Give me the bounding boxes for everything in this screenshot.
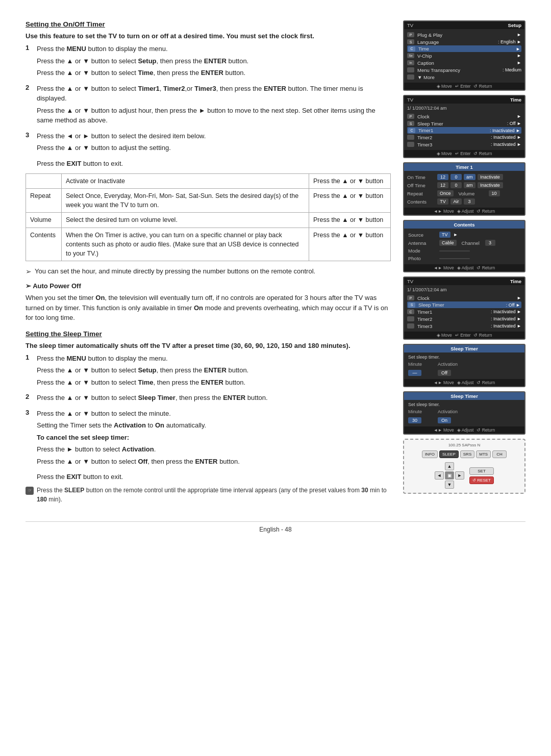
sleep-step2-content: Press the ▲ or ▼ button to select Sleep … xyxy=(37,393,391,405)
remote-left-btn[interactable]: ◄ xyxy=(435,471,444,480)
tv-contents-photo-val xyxy=(439,258,470,259)
step1-content: Press the MENU button to display the men… xyxy=(37,44,391,80)
table-cell-desc-contents: When the On Timer is active, you can tur… xyxy=(62,228,309,261)
sleep-step1-block: 1 Press the MENU button to display the m… xyxy=(26,354,391,390)
note-block-1: ➢ You can set the hour, and minute direc… xyxy=(26,266,391,277)
tv-sleep2-activation-label: Activation xyxy=(438,409,468,414)
tv-val-timer3b: : Inactivated ► xyxy=(491,323,521,329)
table-cell-label-activate xyxy=(26,174,62,189)
tv-timer1-contents-air: Air xyxy=(450,198,462,205)
tv-item-caption: Caption xyxy=(417,60,514,66)
tv-sleep1-footer-adj: ◈ Adjust xyxy=(457,380,474,385)
tv-item-more: ▼ More xyxy=(417,74,521,80)
tv-timer1-header: Timer 1 xyxy=(404,163,524,171)
tv-val-clock2: ► xyxy=(517,295,521,300)
tv-row-clock2: P Clock ► xyxy=(407,294,521,301)
note-arrow-icon: ➢ xyxy=(26,266,32,277)
remote-btn-mts[interactable]: MTS xyxy=(476,450,491,458)
tv-sleep2-activation-val: On xyxy=(438,417,451,423)
remote-v-arrows: ▲ ◄ ▣ ► ▼ xyxy=(435,462,464,489)
tv-row-language: S Language : English ► xyxy=(407,38,521,45)
remote-btn-reset[interactable]: ↺ RESET xyxy=(469,476,494,484)
remote-h-row: ◄ ▣ ► xyxy=(435,471,464,480)
tv-sleep2-labels-row: Minute Activation xyxy=(408,409,520,414)
tv-val-clock1: ► xyxy=(517,114,521,119)
step1-line3: Press the ▲ or ▼ button to select Time, … xyxy=(37,68,391,78)
tv-screen-setup-header: TV Setup xyxy=(404,21,524,29)
exit-note-2: Press the EXIT button to exit. xyxy=(37,472,391,482)
table-cell-label-contents: Contents xyxy=(26,228,62,261)
table-cell-label-volume: Volume xyxy=(26,213,62,228)
tv-footer-time2: ◈ Move ↵ Enter ↺ Return xyxy=(404,332,524,339)
note-text-1: You can set the hour, and minute directl… xyxy=(35,266,315,277)
tv-row-timer3a: Timer3 : Inactivated ► xyxy=(407,141,521,148)
tv-timer1-contents-tv: TV xyxy=(437,198,448,205)
tv-sleep2-body: Set sleep timer. Minute Activation 30 On xyxy=(404,400,524,426)
tv-contents-antenna-row: Antenna Cable Channel 3 xyxy=(408,239,520,247)
sleep-step3-num: 3 xyxy=(26,409,33,469)
step1-line1: Press the MENU button to display the men… xyxy=(37,44,391,54)
sleep-step2-line1: Press the ▲ or ▼ button to select Sleep … xyxy=(37,393,391,403)
tv-contents-body: Source TV ► Antenna Cable Channel 3 Mode… xyxy=(404,229,524,264)
remote-num-display: 100.25 SAPsss N xyxy=(448,443,481,447)
tv-item-timer1a: Timer1 xyxy=(418,128,487,133)
remote-btn-sleep[interactable]: SLEEP xyxy=(439,450,459,458)
tv-timer1-repeat-row: Repeat Once Volume 10 xyxy=(407,189,521,197)
remote-right-btn[interactable]: ► xyxy=(455,471,464,480)
tv-icon-blank1 xyxy=(407,67,414,72)
tv-timer1-offtime-label: Off Time xyxy=(407,183,435,188)
remote-up-btn[interactable]: ▲ xyxy=(445,462,454,470)
tv-icon-setup: Se xyxy=(407,53,414,58)
tv-title-time2: Time xyxy=(510,279,521,284)
tv-timer1-ontime-label: On Time xyxy=(407,174,435,180)
tv-screen-setup-body: P Plug & Play ► S Language : English ► C… xyxy=(404,29,524,83)
section-sleep-timer: Setting the Sleep Timer The sleep timer … xyxy=(26,330,391,504)
tv-screen-time2: TV Time 1/ 1/2007/12:04 am P Clock ► S S… xyxy=(403,276,525,340)
remote-down-btn[interactable]: ▼ xyxy=(445,481,454,489)
remote-btn-info[interactable]: INFO xyxy=(422,450,438,458)
tv-sleep2-minute-label: Minute xyxy=(408,409,434,414)
tv-sleep2-footer-move: ◄► Move xyxy=(434,427,454,433)
tv-sleep2-footer-ret: ↺ Return xyxy=(477,427,495,433)
sleep-step1-line3: Press the ▲ or ▼ button to select Time, … xyxy=(37,377,391,388)
tv-icon-sound: S xyxy=(407,39,414,44)
tv-item-timer2a: Timer2 xyxy=(417,135,488,140)
remote-number-display: 100.25 SAPsss N xyxy=(448,443,481,447)
table-cell-desc-activate: Activate or Inactivate xyxy=(62,174,309,189)
tv-sleep1-subtitle: Set sleep timer. xyxy=(408,355,520,360)
tv-val-menutrans: : Medium xyxy=(503,67,521,72)
tv-sleep1-footer-ret: ↺ Return xyxy=(477,380,495,385)
sleep-step1-num: 1 xyxy=(26,354,33,390)
tv-timer1-footer-ret: ↺ Return xyxy=(477,209,495,214)
remote-btn-srs[interactable]: SRS xyxy=(460,450,474,458)
sleep-cancel-line1: Press the ► button to select Activation. xyxy=(37,444,391,455)
tv-row-timer2a: Timer2 : Inactivated ► xyxy=(407,134,521,141)
tv-row-plugplay: P Plug & Play ► xyxy=(407,31,521,38)
tv-sleep2-header: Sleep Timer xyxy=(404,392,524,400)
page-layout: Setting the On/Off Timer Use this featur… xyxy=(26,20,525,511)
tv-screen-time1-body: 1/ 1/2007/12:04 am P Clock ► S Sleep Tim… xyxy=(404,104,524,150)
remote-ok-btn[interactable]: ▣ xyxy=(445,471,454,480)
table-row-activate: Activate or Inactivate Press the ▲ or ▼ … xyxy=(26,174,391,189)
tv-footer-setup-return: ↺ Return xyxy=(473,84,492,89)
tv-timer1-footer-move: ◄► Move xyxy=(434,209,454,214)
timer-info-table: Activate or Inactivate Press the ▲ or ▼ … xyxy=(26,173,391,261)
step1-num: 1 xyxy=(26,44,33,80)
tv-val-language: : English ► xyxy=(498,39,521,44)
tv-contents-footer-ret: ↺ Return xyxy=(477,265,495,270)
tv-sleep2-footer-adj: ◈ Adjust xyxy=(457,427,474,433)
table-cell-label-repeat: Repeat xyxy=(26,189,62,213)
remote-btn-ch[interactable]: CH xyxy=(492,450,507,458)
sleep-step3-line1: Press the ▲ or ▼ button to select the mi… xyxy=(37,409,391,419)
tv-icon-ch1: C xyxy=(408,128,415,133)
remote-btn-set[interactable]: SET xyxy=(469,467,494,475)
tv-icon-blank4 xyxy=(407,142,414,147)
tv-sleep1-values-row: — Off xyxy=(408,369,520,377)
tv-sleep2-minute-val: 30 xyxy=(408,417,421,423)
tv-timer1-offtime-row: Off Time 12 0 am Inactivate xyxy=(407,181,521,189)
sleep-step1-content: Press the MENU button to display the men… xyxy=(37,354,391,390)
tv-timer1-footer: ◄► Move ◈ Adjust ↺ Return xyxy=(404,208,524,215)
tv-contents-mode-row: Mode xyxy=(408,247,520,255)
step2-line1: Press the ▲ or ▼ button to select Timer1… xyxy=(37,84,391,104)
tv-timer1-offtime-h: 12 xyxy=(437,182,448,188)
